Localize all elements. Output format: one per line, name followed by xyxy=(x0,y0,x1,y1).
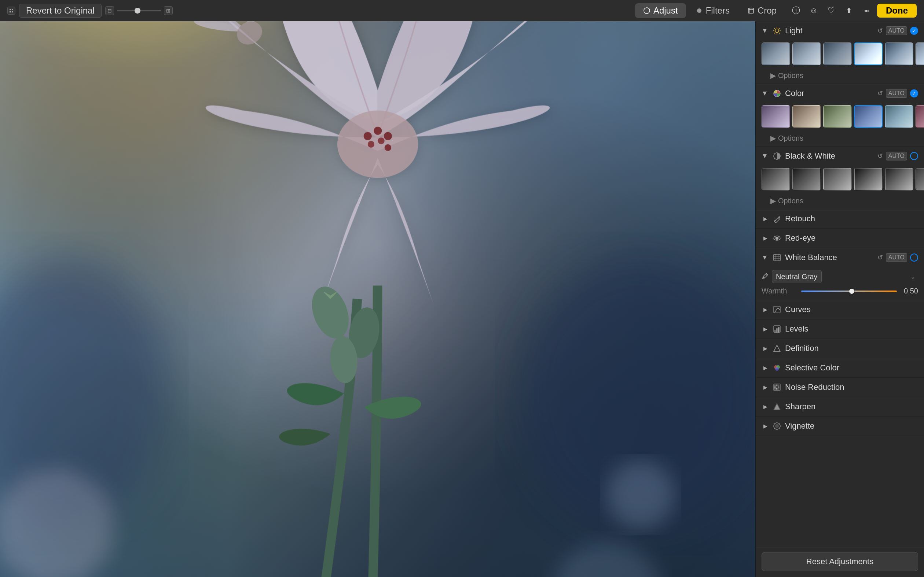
svg-point-5 xyxy=(697,8,701,13)
wb-chevron-icon: ▶ xyxy=(762,254,769,261)
bw-thumb-6[interactable] xyxy=(916,168,924,190)
light-thumb-4[interactable] xyxy=(854,42,882,65)
definition-row[interactable]: ▶ Definition xyxy=(756,339,924,358)
svg-rect-71 xyxy=(776,388,777,389)
retouch-row[interactable]: ▶ Retouch xyxy=(756,209,924,229)
color-toggle[interactable]: ✓ xyxy=(910,89,918,97)
warmth-slider[interactable] xyxy=(801,290,897,292)
bw-thumb-3[interactable] xyxy=(823,168,852,190)
wb-preset-select[interactable]: Neutral Gray Auto Daylight Cloudy Flash xyxy=(772,270,822,283)
selective-color-row[interactable]: ▶ Selective Color xyxy=(756,358,924,378)
bw-thumb-1[interactable] xyxy=(762,168,790,190)
main-area: ▶ Light xyxy=(0,21,924,577)
retouch-icon xyxy=(772,214,782,224)
levels-icon xyxy=(772,324,782,334)
light-header[interactable]: ▶ Light xyxy=(756,21,924,40)
zoom-out-icon[interactable]: ⊟ xyxy=(105,6,114,15)
light-thumb-5[interactable] xyxy=(885,42,913,65)
definition-chevron-icon: ▶ xyxy=(762,345,769,352)
light-auto-badge[interactable]: AUTO xyxy=(886,26,907,35)
tab-filters[interactable]: Filters xyxy=(688,3,738,18)
warmth-label: Warmth xyxy=(762,287,798,295)
color-thumb-2[interactable] xyxy=(792,105,821,128)
wb-icon xyxy=(772,252,782,263)
wb-section: ▶ White Balance ↺ AUTO xyxy=(756,248,924,300)
levels-row[interactable]: ▶ Levels xyxy=(756,319,924,339)
bw-options-label: ▶ Options xyxy=(771,197,918,205)
toolbar: Revert to Original ⊟ ⊞ Adjust Filters xyxy=(0,0,924,21)
bw-thumb-4[interactable] xyxy=(854,168,882,190)
color-thumb-3[interactable] xyxy=(823,105,852,128)
wb-toggle[interactable] xyxy=(910,253,918,261)
bw-auto-badge[interactable]: AUTO xyxy=(886,152,907,160)
curves-title: Curves xyxy=(785,305,918,314)
bw-thumb-5[interactable] xyxy=(885,168,913,190)
color-thumb-5[interactable] xyxy=(885,105,913,128)
zoom-slider-thumb[interactable] xyxy=(134,8,141,14)
svg-rect-70 xyxy=(774,388,775,389)
red-eye-icon xyxy=(772,233,782,243)
color-thumb-4[interactable] xyxy=(854,105,882,128)
curves-row[interactable]: ▶ Curves xyxy=(756,300,924,319)
info-button[interactable] xyxy=(789,4,803,18)
share-button[interactable] xyxy=(842,4,856,18)
light-options-label: ▶ Options xyxy=(771,71,918,80)
svg-marker-59 xyxy=(774,345,780,352)
share-icon xyxy=(846,6,852,15)
light-icon xyxy=(772,26,782,36)
selective-color-title: Selective Color xyxy=(785,363,918,372)
sharpen-row[interactable]: ▶ Sharpen xyxy=(756,397,924,417)
color-header[interactable]: ▶ Color ↺ AUTO ✓ xyxy=(756,84,924,103)
eyedropper-icon[interactable] xyxy=(762,272,769,281)
warmth-slider-thumb[interactable] xyxy=(849,288,855,294)
more-button[interactable] xyxy=(859,4,873,18)
bw-toggle[interactable] xyxy=(910,152,918,160)
light-thumb-6[interactable] xyxy=(916,42,924,65)
levels-title: Levels xyxy=(785,324,918,334)
face-button[interactable] xyxy=(807,4,821,18)
bw-options-row[interactable]: ▶ Options xyxy=(756,194,924,209)
revert-button[interactable]: Revert to Original xyxy=(19,4,102,18)
bw-header[interactable]: ▶ Black & White ↺ AUTO xyxy=(756,147,924,166)
svg-point-62 xyxy=(775,367,779,371)
reset-adjustments-button[interactable]: Reset Adjustments xyxy=(762,552,918,571)
wb-header[interactable]: ▶ White Balance ↺ AUTO xyxy=(756,248,924,267)
light-options-row[interactable]: ▶ Options xyxy=(756,69,924,84)
light-thumb-1[interactable] xyxy=(762,42,790,65)
light-thumb-3[interactable] xyxy=(823,42,852,65)
window-tile-btn[interactable] xyxy=(7,6,15,15)
light-reset-icon[interactable]: ↺ xyxy=(877,27,883,35)
bw-thumbnails xyxy=(756,166,924,194)
zoom-in-icon[interactable]: ⊞ xyxy=(164,6,173,15)
bw-controls: ↺ AUTO xyxy=(877,152,918,160)
color-options-row[interactable]: ▶ Options xyxy=(756,132,924,146)
light-options-chevron-icon: ▶ xyxy=(771,71,776,80)
noise-reduction-row[interactable]: ▶ Noise Reduction xyxy=(756,378,924,397)
zoom-slider[interactable] xyxy=(117,10,161,11)
vignette-row[interactable]: ▶ Vignette xyxy=(756,417,924,436)
toolbar-right: Done xyxy=(789,4,917,18)
vignette-chevron-icon: ▶ xyxy=(762,422,769,430)
svg-point-48 xyxy=(775,220,775,221)
done-button[interactable]: Done xyxy=(877,4,917,18)
bw-thumb-2[interactable] xyxy=(792,168,821,190)
wb-auto-badge[interactable]: AUTO xyxy=(886,253,907,262)
light-toggle[interactable]: ✓ xyxy=(910,27,918,35)
light-thumb-2[interactable] xyxy=(792,42,821,65)
vignette-icon xyxy=(772,421,782,431)
favorites-button[interactable] xyxy=(824,4,838,18)
color-auto-badge[interactable]: AUTO xyxy=(886,89,907,98)
color-reset-icon[interactable]: ↺ xyxy=(877,89,883,97)
color-thumb-6[interactable] xyxy=(916,105,924,128)
tab-crop[interactable]: Crop xyxy=(739,3,785,18)
wb-reset-icon[interactable]: ↺ xyxy=(877,253,883,261)
wb-controls: ↺ AUTO xyxy=(877,253,918,262)
svg-line-44 xyxy=(779,28,780,29)
svg-point-51 xyxy=(777,237,778,238)
svg-rect-67 xyxy=(774,387,775,388)
red-eye-row[interactable]: ▶ Red-eye xyxy=(756,229,924,248)
bw-reset-icon[interactable]: ↺ xyxy=(877,152,883,160)
tab-adjust[interactable]: Adjust xyxy=(635,3,686,18)
adjustments-list: ▶ Light xyxy=(756,21,924,546)
color-thumb-1[interactable] xyxy=(762,105,790,128)
